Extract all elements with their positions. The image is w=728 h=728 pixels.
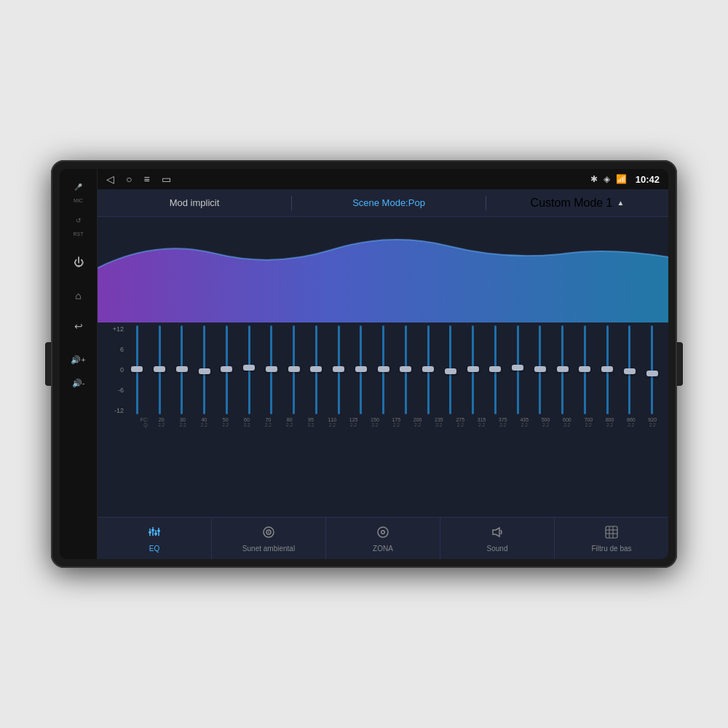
back-button[interactable]: ↩: [67, 316, 90, 336]
eq-sliders-area: +12 6 0 -6 -12 FC:Q: 202.2302.2402.2502.…: [98, 323, 668, 517]
slider-handle-60[interactable]: [221, 366, 232, 372]
slider-handle-275[interactable]: [445, 368, 456, 374]
slider-handle-20[interactable]: [131, 366, 143, 372]
freq-label-60: 602.2: [237, 417, 256, 427]
fc-value-700: 700: [584, 417, 593, 422]
slider-track-70[interactable]: [248, 325, 250, 414]
slider-handle-80[interactable]: [266, 366, 277, 372]
slider-track-20[interactable]: [136, 325, 138, 414]
nav-item-zona[interactable]: ZONA: [326, 518, 440, 559]
slider-track-500[interactable]: [539, 325, 541, 414]
slider-handle-95[interactable]: [288, 366, 300, 372]
slider-col-700[interactable]: [574, 325, 596, 414]
slider-col-175[interactable]: [373, 325, 394, 414]
slider-track-700[interactable]: [584, 325, 586, 414]
slider-handle-375[interactable]: [489, 366, 501, 372]
slider-col-275[interactable]: [440, 325, 462, 414]
slider-handle-30[interactable]: [154, 366, 165, 372]
freq-label-860: 8602.2: [621, 417, 641, 427]
slider-handle-700[interactable]: [579, 366, 590, 372]
slider-track-275[interactable]: [449, 325, 451, 414]
slider-col-80[interactable]: [261, 325, 282, 414]
slider-handle-235[interactable]: [422, 366, 434, 372]
slider-track-375[interactable]: [494, 325, 496, 414]
slider-col-150[interactable]: [351, 325, 372, 414]
slider-track-860[interactable]: [628, 325, 630, 414]
slider-track-600[interactable]: [561, 325, 563, 414]
slider-track-30[interactable]: [159, 325, 161, 414]
slider-handle-920[interactable]: [646, 371, 658, 376]
mode-scene[interactable]: Scene Mode:Pop: [292, 197, 486, 208]
slider-col-500[interactable]: [530, 325, 551, 414]
slider-track-150[interactable]: [360, 325, 362, 414]
slider-col-235[interactable]: [418, 325, 439, 414]
mic-button[interactable]: 🎤: [67, 177, 90, 197]
nav-item-sound[interactable]: Sound: [440, 518, 555, 559]
slider-track-920[interactable]: [651, 325, 653, 414]
slider-handle-125[interactable]: [333, 366, 344, 372]
slider-track-315[interactable]: [472, 325, 474, 414]
nav-item-eq[interactable]: EQ: [98, 518, 212, 559]
slider-handle-175[interactable]: [378, 366, 389, 372]
slider-track-800[interactable]: [606, 325, 609, 414]
home-button[interactable]: ⌂: [67, 285, 90, 306]
vol-up-button[interactable]: 🔊+: [67, 349, 90, 370]
slider-col-920[interactable]: [641, 325, 662, 414]
vol-down-button[interactable]: 🔊-: [67, 373, 90, 393]
slider-col-200[interactable]: [395, 325, 416, 414]
slider-col-20[interactable]: [127, 325, 148, 414]
slider-track-50[interactable]: [203, 325, 205, 414]
nav-label-eq: EQ: [149, 545, 159, 553]
slider-handle-600[interactable]: [557, 366, 569, 372]
slider-col-435[interactable]: [507, 325, 529, 414]
slider-col-110[interactable]: [306, 325, 327, 414]
slider-col-125[interactable]: [328, 325, 349, 414]
slider-track-40[interactable]: [181, 325, 183, 414]
slider-col-315[interactable]: [462, 325, 483, 414]
slider-handle-435[interactable]: [512, 365, 523, 371]
slider-col-70[interactable]: [239, 325, 260, 414]
slider-col-30[interactable]: [149, 325, 170, 414]
nav-menu-icon[interactable]: ≡: [143, 173, 149, 185]
slider-col-95[interactable]: [283, 325, 304, 414]
slider-track-95[interactable]: [293, 325, 295, 414]
slider-handle-70[interactable]: [243, 365, 255, 371]
power-button[interactable]: ⏻: [67, 252, 90, 272]
slider-col-60[interactable]: [216, 325, 237, 414]
slider-handle-800[interactable]: [601, 366, 613, 372]
freq-label-175: 1752.2: [387, 417, 406, 427]
fc-value-60: 60: [244, 417, 250, 422]
slider-col-50[interactable]: [194, 325, 215, 414]
slider-col-860[interactable]: [620, 325, 641, 414]
slider-track-60[interactable]: [226, 325, 228, 414]
slider-col-375[interactable]: [485, 325, 506, 414]
slider-handle-110[interactable]: [310, 366, 322, 372]
nav-back-icon[interactable]: ◁: [106, 173, 114, 185]
slider-track-125[interactable]: [338, 325, 340, 414]
slider-handle-500[interactable]: [534, 366, 546, 372]
slider-handle-200[interactable]: [400, 366, 411, 372]
nav-item-sunet[interactable]: Sunet ambiental: [212, 518, 326, 559]
slider-track-110[interactable]: [315, 325, 317, 414]
mode-implicit[interactable]: Mod implicit: [98, 197, 291, 208]
slider-handle-315[interactable]: [467, 366, 479, 372]
slider-handle-50[interactable]: [199, 368, 210, 374]
slider-handle-40[interactable]: [176, 366, 188, 372]
nav-item-filtru[interactable]: Filtru de bas: [555, 518, 668, 559]
slider-col-600[interactable]: [552, 325, 573, 414]
slider-handle-860[interactable]: [624, 368, 636, 374]
svg-rect-7: [157, 530, 160, 532]
slider-col-40[interactable]: [172, 325, 193, 414]
mode-custom[interactable]: Custom Mode 1 ▲: [486, 197, 668, 210]
slider-track-175[interactable]: [382, 325, 384, 414]
slider-track-435[interactable]: [517, 325, 519, 414]
slider-track-80[interactable]: [270, 325, 272, 414]
slider-handle-150[interactable]: [355, 366, 367, 372]
nav-home-icon[interactable]: ○: [126, 173, 132, 185]
slider-col-800[interactable]: [597, 325, 618, 414]
nav-recent-icon[interactable]: ▭: [162, 173, 171, 185]
rst-button[interactable]: ↺: [67, 210, 90, 231]
main-screen: ◁ ○ ≡ ▭ ✱ ◈ 📶 10:42 Mod implicit: [98, 169, 668, 559]
slider-track-200[interactable]: [405, 325, 407, 414]
slider-track-235[interactable]: [427, 325, 430, 414]
